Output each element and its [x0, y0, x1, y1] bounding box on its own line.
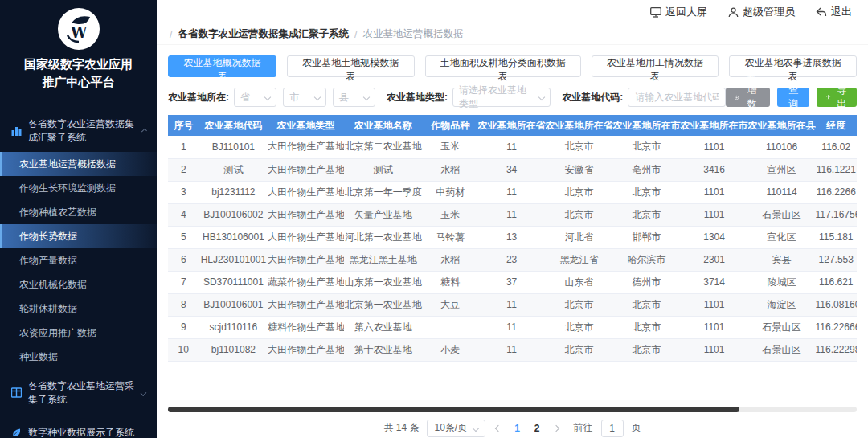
table-row[interactable]: 1BJ110101大田作物生产基地北京第二农业基地玉米11北京市北京市11011… — [168, 136, 857, 158]
goto-page-input[interactable] — [601, 420, 624, 437]
sidebar-section-collection-system[interactable]: 各省数字农业基地运营采集子系统 — [0, 372, 157, 414]
breadcrumb-separator: / — [354, 29, 357, 40]
table-cell: 127.553 — [816, 248, 857, 271]
horizontal-scrollbar[interactable] — [168, 407, 857, 412]
table-row[interactable]: 2测试大田作物生产基地测试水稻34安徽省亳州市3416宣州区116.1221 — [168, 158, 857, 181]
table-cell: 11 — [478, 293, 546, 316]
sidebar-menu: 各省数字农业运营数据集成汇聚子系统 农业基地运营概括数据作物生长环境监测数据作物… — [0, 110, 157, 438]
bar-chart-icon — [11, 125, 22, 136]
breadcrumb-parent[interactable]: 各省数字农业运营数据集成汇聚子系统 — [178, 27, 349, 41]
table-cell: 北京第一农业基地 — [344, 293, 424, 316]
table-cell: 玉米 — [423, 136, 478, 158]
query-button[interactable]: 查询 — [777, 88, 809, 107]
prev-page-button[interactable] — [493, 426, 503, 431]
sidebar-item[interactable]: 作物产量数据 — [0, 248, 157, 272]
table-cell: 哈尔滨市 — [613, 248, 681, 271]
tab-button[interactable]: 农业基地土地规模数据表 — [287, 55, 415, 77]
table-cell: 玉米 — [423, 203, 478, 226]
sidebar-item[interactable]: 农业基地运营概括数据 — [0, 152, 157, 176]
table-cell: 1101 — [681, 316, 748, 338]
section-label: 数字种业数据展示子系统 — [28, 426, 134, 438]
table-cell: 大田作物生产基地 — [268, 203, 343, 226]
table-cell: 北京市 — [613, 316, 681, 338]
tab-button[interactable]: 农业基地用工情况数据表 — [592, 55, 719, 77]
page-suffix-label: 页 — [632, 421, 641, 435]
goto-label: 前往 — [574, 421, 593, 435]
page-number-button[interactable]: 1 — [511, 423, 523, 434]
table-cell: 矢量产业基地 — [344, 203, 424, 226]
sidebar-item[interactable]: 农资应用推广数据 — [0, 321, 157, 345]
table-header-cell: 经度 — [816, 115, 857, 136]
table-cell: 安徽省 — [546, 158, 613, 181]
table-header-cell: 作物品种 — [423, 115, 478, 136]
tab-button[interactable]: 农业基地概况数据表 — [168, 55, 276, 77]
table-cell: 宣州区 — [748, 158, 816, 181]
table-cell: 1101 — [681, 338, 748, 361]
province-select[interactable]: 省 — [234, 88, 276, 107]
leaf-icon — [11, 428, 22, 438]
sidebar-item[interactable]: 种业数据 — [0, 345, 157, 369]
content: 农业基地概况数据表农业基地土地规模数据表土地面积及耕地分类面积数据表农业基地用工… — [157, 45, 868, 438]
user-icon — [728, 7, 739, 18]
base-type-label: 农业基地类型: — [387, 91, 448, 104]
table-cell: 第六农业基地 — [344, 316, 424, 338]
table-cell: 陵城区 — [748, 271, 816, 293]
table-cell: 8 — [168, 293, 199, 316]
base-code-input[interactable] — [628, 88, 726, 107]
tab-button[interactable]: 土地面积及耕地分类面积数据表 — [425, 55, 581, 77]
city-select[interactable]: 市 — [283, 88, 326, 107]
export-button[interactable]: 导出 — [817, 88, 857, 107]
table-cell: 北京市 — [613, 181, 681, 203]
base-type-select[interactable]: 请选择农业基地类型 — [452, 88, 551, 107]
table-row[interactable]: 8BJ100106001大田作物生产基地北京第一农业基地大豆11北京市北京市11… — [168, 293, 857, 316]
table-cell: 北京市 — [546, 293, 613, 316]
table-cell: 11 — [478, 316, 546, 338]
table-cell: 第十农业基地 — [344, 338, 424, 361]
sidebar-item[interactable]: 作物种植农艺数据 — [0, 200, 157, 224]
chevron-down-icon — [313, 94, 320, 100]
table-header-cell: 农业基地所在省名称 — [546, 115, 613, 136]
logout-button[interactable]: 退出 — [816, 5, 852, 19]
page-size-select[interactable]: 10条/页 — [427, 420, 485, 437]
table-cell: 3714 — [681, 271, 748, 293]
back-to-dashboard-button[interactable]: 返回大屏 — [650, 5, 707, 19]
table-header-cell: 农业基地类型 — [268, 115, 343, 136]
table-header-cell: 农业基地名称 — [344, 115, 424, 136]
sidebar-submenu: 农业基地运营概括数据作物生长环境监测数据作物种植农艺数据作物长势数据作物产量数据… — [0, 152, 157, 369]
main-area: 返回大屏 超级管理员 退出 / 各省数字农业运营数据集成汇聚子系统 / 农业基地… — [157, 0, 868, 438]
sidebar-section-seed-display[interactable]: 数字种业数据展示子系统 — [0, 419, 157, 438]
table-cell: 7 — [168, 271, 199, 293]
current-user[interactable]: 超级管理员 — [728, 5, 795, 19]
scrollbar-thumb[interactable] — [168, 407, 739, 412]
add-data-button[interactable]: 新增数据 — [726, 88, 770, 107]
table-cell: 海淀区 — [748, 293, 816, 316]
sidebar-item[interactable]: 农业机械化数据 — [0, 272, 157, 297]
table-cell: 11 — [478, 203, 546, 226]
table-cell: 糖料作物生产基地 — [268, 316, 343, 338]
next-page-button[interactable] — [551, 426, 561, 431]
base-code-label: 农业基地代码: — [562, 91, 623, 104]
table-cell: 1101 — [681, 136, 748, 158]
table-cell: 13 — [478, 226, 546, 248]
table-cell: SD370111001 — [199, 271, 268, 293]
table-row[interactable]: 6HLJ230101001大田作物生产基地黑龙江黑土基地水稻23黑龙江省哈尔滨市… — [168, 248, 857, 271]
table-row[interactable]: 7SD370111001蔬菜作物生产基地山东第一农业基地糖料37山东省德州市37… — [168, 271, 857, 293]
county-select[interactable]: 县 — [333, 88, 375, 107]
table-row[interactable]: 10bj1101082大田作物生产基地第十农业基地小麦11北京市北京市1101石… — [168, 338, 857, 361]
table-cell: 糖料 — [423, 271, 478, 293]
sidebar-section-operation-data[interactable]: 各省数字农业运营数据集成汇聚子系统 — [0, 110, 157, 152]
sidebar-item[interactable]: 作物长势数据 — [0, 224, 157, 248]
sidebar-item[interactable]: 作物生长环境监测数据 — [0, 176, 157, 200]
section-label: 各省数字农业基地运营采集子系统 — [28, 379, 141, 407]
table-cell: 2 — [168, 158, 199, 181]
table-row[interactable]: 4BJ100106002大田作物生产基地矢量产业基地玉米11北京市北京市1101… — [168, 203, 857, 226]
table-row[interactable]: 9scjd110116糖料作物生产基地第六农业基地11北京市北京市1101石景山… — [168, 316, 857, 338]
table-row[interactable]: 5HB130106001大田作物生产基地河北第一农业基地马铃薯13河北省邯郸市1… — [168, 226, 857, 248]
page-number-button[interactable]: 2 — [531, 423, 543, 434]
table-cell: 亳州市 — [613, 158, 681, 181]
table-cell: 37 — [478, 271, 546, 293]
sidebar-item[interactable]: 轮耕休耕数据 — [0, 297, 157, 321]
table-cell: 116.02 — [816, 136, 857, 158]
table-cell: 北京市 — [613, 203, 681, 226]
table-row[interactable]: 3bj1231112大田作物生产基地北京第一年一季度中药材11北京市北京市110… — [168, 181, 857, 203]
